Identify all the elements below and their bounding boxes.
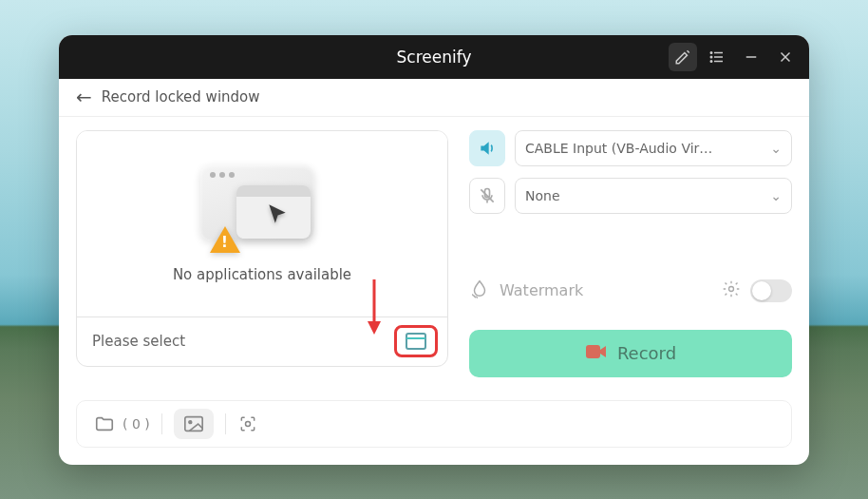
system-audio-dropdown[interactable]: CABLE Input (VB-Audio Virtual Cabl... ⌄ bbox=[515, 130, 792, 166]
right-column: CABLE Input (VB-Audio Virtual Cabl... ⌄ … bbox=[469, 130, 792, 377]
chevron-down-icon: ⌄ bbox=[770, 141, 782, 156]
preview-empty-text: No applications available bbox=[173, 266, 351, 283]
microphone-row: None ⌄ bbox=[469, 178, 792, 214]
svg-point-5 bbox=[710, 60, 712, 62]
microphone-muted-icon[interactable] bbox=[469, 178, 505, 214]
svg-point-15 bbox=[729, 286, 734, 291]
titlebar: Screenify bbox=[59, 35, 809, 79]
svg-rect-17 bbox=[185, 416, 202, 431]
svg-point-19 bbox=[245, 421, 250, 426]
close-button[interactable] bbox=[771, 43, 800, 71]
microphone-value: None bbox=[525, 188, 560, 203]
edit-button[interactable] bbox=[669, 43, 697, 71]
preview-area: No applications available bbox=[77, 131, 447, 317]
svg-rect-16 bbox=[586, 345, 600, 358]
window-select-row[interactable]: Please select bbox=[77, 317, 447, 366]
select-placeholder: Please select bbox=[92, 333, 185, 350]
svg-point-3 bbox=[710, 51, 712, 53]
svg-point-18 bbox=[189, 420, 192, 423]
divider bbox=[225, 413, 226, 434]
svg-marker-12 bbox=[368, 321, 381, 335]
bottom-toolbar: ( 0 ) bbox=[76, 400, 792, 448]
preview-card: No applications available Please select bbox=[76, 130, 448, 367]
record-button[interactable]: Record bbox=[469, 330, 792, 377]
focus-button[interactable] bbox=[237, 414, 258, 433]
droplet-icon bbox=[469, 278, 490, 303]
divider bbox=[161, 413, 162, 434]
speaker-icon[interactable] bbox=[469, 130, 505, 166]
chevron-down-icon: ⌄ bbox=[770, 188, 782, 203]
camera-icon bbox=[585, 342, 608, 365]
microphone-dropdown[interactable]: None ⌄ bbox=[515, 178, 792, 214]
back-button[interactable]: ← bbox=[76, 86, 92, 108]
system-audio-value: CABLE Input (VB-Audio Virtual Cabl... bbox=[525, 141, 715, 156]
folder-count: ( 0 ) bbox=[123, 416, 150, 432]
warning-icon bbox=[210, 226, 240, 253]
select-window-button[interactable] bbox=[394, 325, 438, 357]
watermark-toggle[interactable] bbox=[750, 279, 792, 302]
folder-button[interactable]: ( 0 ) bbox=[94, 414, 150, 433]
svg-point-4 bbox=[710, 56, 712, 58]
app-window: Screenify ← Record locked window bbox=[59, 35, 809, 465]
subheader-title: Record locked window bbox=[102, 88, 260, 106]
app-title: Screenify bbox=[397, 48, 472, 67]
watermark-row: Watermark bbox=[469, 278, 792, 303]
record-label: Record bbox=[617, 343, 676, 363]
titlebar-actions bbox=[669, 43, 800, 71]
minimize-button[interactable] bbox=[737, 43, 765, 71]
watermark-label: Watermark bbox=[500, 281, 583, 299]
image-button[interactable] bbox=[174, 409, 214, 439]
window-cursor-illustration bbox=[200, 164, 324, 255]
left-column: No applications available Please select bbox=[76, 130, 448, 377]
subheader: ← Record locked window bbox=[59, 79, 809, 117]
system-audio-row: CABLE Input (VB-Audio Virtual Cabl... ⌄ bbox=[469, 130, 792, 166]
content: No applications available Please select bbox=[59, 117, 809, 387]
watermark-settings-button[interactable] bbox=[722, 279, 741, 302]
svg-rect-9 bbox=[406, 334, 425, 349]
menu-button[interactable] bbox=[703, 43, 731, 71]
